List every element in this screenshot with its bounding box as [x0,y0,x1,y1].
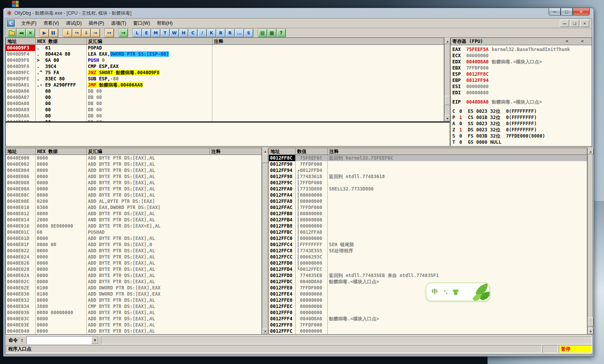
pause-button[interactable]: ▌▌ [49,29,58,37]
stack-row[interactable]: 0012FFC8│7743E355SE处理程序 [269,248,587,254]
dump-row[interactable]: 0040E0080000ADD BYTE PTR DS:[EAX],AL [6,180,262,186]
register-row[interactable]: ECX00000000 [451,53,592,59]
dump-row[interactable]: 0040E0300100ADD DWORD PTR DS:[EAX],EAX [6,291,262,297]
breakpoints-button[interactable]: B [216,29,225,37]
scrollbar-thumb[interactable] [445,96,450,105]
open-file-button[interactable] [7,29,16,37]
command-combobox[interactable]: ▼ [26,336,99,344]
dump-row[interactable]: 0040E0160080 0E000000ADD BYTE PTR DS:[EA… [6,223,262,229]
until-return-button[interactable]: ↦ [105,29,114,37]
stack-row[interactable]: 0012FFC4│FFFFFFFFSEH 链尾部 [269,242,587,248]
dump-row[interactable]: 0040E01F8000 00ADD BYTE PTR DS:[EAX],0 [6,242,262,248]
register-row[interactable]: EBP0012FF94 [451,77,592,83]
dump-row[interactable]: 0040E0142000AND BYTE PTR DS:[EAX],AL [6,217,262,223]
dump-row[interactable]: 0040E00C0000ADD BYTE PTR DS:[EAX],AL [6,192,262,198]
stack-row[interactable]: 0012FFAC│7FFDF000 [269,204,587,211]
cpu-child-window-icon[interactable]: C [7,20,15,27]
dump-row[interactable]: 0040E02A0000ADD BYTE PTR DS:[EAX],AL [6,272,262,279]
call-stack-button[interactable]: K [207,29,216,37]
dump-row[interactable]: 0040E01D0000ADD BYTE PTR DS:[EAX],AL [6,235,262,242]
dump-row[interactable]: 0040E00E0200ADD AL,BYTE PTR DS:[EAX] [6,198,262,204]
cpu-window-button[interactable]: C [188,29,197,37]
flag-row[interactable]: T0GS 0000 NULL [451,139,592,145]
stack-scrollbar[interactable]: ▲ ▼ [587,148,593,335]
command-dropdown-button[interactable]: ▼ [91,337,98,344]
threads-button[interactable]: T [161,29,169,37]
stack-row[interactable]: 0012FFF8 7FFDF000 [269,322,587,328]
windows-list-button[interactable]: ▤ [258,29,267,37]
dump-row[interactable]: 0040E0260000ADD BYTE PTR DS:[EAX],AL [6,260,262,266]
dump-row[interactable]: 0040E0060000ADD BYTE PTR DS:[EAX],AL [6,173,262,180]
menu-item-view[interactable]: 查看(V) [40,19,62,28]
stack-row[interactable]: 0012FFCC│0066293C [269,254,587,260]
run-trace-button[interactable]: ... [235,29,244,37]
disasm-row[interactable]: 0040DA0A 00DB 00 [6,113,444,119]
child-restore-button[interactable]: ❏ [570,20,579,27]
ime-toolbar[interactable]: 中 °, [426,282,490,301]
dump-row[interactable]: 0040E0120000ADD BYTE PTR DS:[EAX],AL [6,211,262,217]
help-button[interactable]: ? [277,29,286,37]
dump-row[interactable]: 0040E0400000ADD BYTE PTR DS:[EAX],AL [6,328,262,334]
stack-row[interactable]: 0012FFA4│00000000 [269,192,587,198]
close-program-button[interactable]: × [26,29,35,37]
stack-row[interactable]: 0012FFB4│00000000 [269,217,587,223]
stack-row[interactable]: 0012FFB8│00000000 [269,223,587,229]
flag-row[interactable]: Z1DS 0023 32位 0(FFFFFFFF) [451,127,592,133]
stack-row[interactable]: 0012FFA0│7733D880SHELL32.7733D880 [269,186,587,192]
dump-row[interactable]: 0040E0343800CMP BYTE PTR DS:[EAX],AL [6,303,262,310]
stack-row[interactable]: 0012FFD0│00000000 [269,260,587,266]
dump-row[interactable]: 0040E0360080 00000000ADD BYTE PTR DS:[EA… [6,310,262,316]
dump-row[interactable]: 0040E00A0000ADD BYTE PTR DS:[EAX],AL [6,186,262,192]
register-row[interactable]: ESP0012FF8C [451,71,592,77]
stack-row[interactable]: 0012FFD4└0012FFEC [269,266,587,272]
menu-item-help[interactable]: 帮助(H) [154,19,176,28]
flag-row[interactable]: C0ES 0023 32位 0(FFFFFFFF) [451,108,592,114]
tshirt-icon[interactable] [452,289,459,295]
register-row[interactable]: EAX75FEEF5Akernel32.BaseThreadInitThunk [451,46,592,53]
scrollbar-thumb[interactable] [588,317,594,327]
dump-row[interactable]: 0040E0000000ADD BYTE PTR DS:[EAX],AL [6,155,262,161]
stack-row[interactable]: 0012FFFC 00000000 [269,328,587,334]
dump-scrollbar[interactable]: ▲ ▼ [262,148,268,335]
close-button[interactable]: ✕ [573,8,590,15]
menu-item-options[interactable]: 选项(T) [108,19,130,28]
stack-row[interactable]: 0012FF8C 75FEEF6C返回到 kernel32.75FEEF6C [269,155,587,161]
disasm-row[interactable]: 0040D9FA. 39C4CMP ESP,EAX [6,63,444,70]
child-close-button[interactable]: ✕ [580,20,589,27]
dump-row[interactable]: 0040E0040000ADD BYTE PTR DS:[EAX],AL [6,167,262,173]
stack-row[interactable]: 0012FFA8│00000000 [269,198,587,204]
menu-item-window[interactable]: 窗口(W) [130,19,153,28]
stack-row[interactable]: 0012FFB0│00000000 [269,211,587,217]
stack-row[interactable]: 0012FFBC│0012FFA0 [269,229,587,235]
disasm-row[interactable]: 0040D9FE. 83EC 80SUB ESP,-80 [6,76,444,82]
ime-punctuation-button[interactable]: °, [443,289,448,295]
disasm-row[interactable]: 0040D9FC.^ 75 FAJNZ SHORT 骷髅病毒.0040D9F8 [6,70,444,76]
desktop-shortcut-icon[interactable] [10,0,23,7]
command-input[interactable] [27,337,91,343]
disasm-row[interactable]: 0040D9F4. 8D4424 80LEA EAX,DWORD PTR SS:… [6,51,444,57]
registers-next-button[interactable]: < [575,39,590,44]
stack-row[interactable]: 0012FF9C│7FFDF000 [269,180,587,186]
register-row-eip[interactable]: EIP0040D8A0骷髅病毒.<模块入口点> [451,99,592,105]
disasm-row[interactable]: 0040D9F8> 6A 00PUSH 0 [6,57,444,63]
disasm-row[interactable]: 0040DA07 00DB 00 [6,94,444,100]
disassembly-scrollbar[interactable]: ▲ ▼ [444,37,450,122]
scrollbar-thumb[interactable] [262,154,268,163]
flag-row[interactable]: A0SS 0023 32位 0(FFFFFFFF) [451,121,592,127]
register-row[interactable]: EDX0040D8A0骷髅病毒.<模块入口点> [451,59,592,65]
run-button[interactable]: ▶ [40,29,49,37]
disasm-row[interactable]: 0040DA0B 00DB 00 [6,119,444,122]
disasm-row[interactable]: 0040DA08 00DB 00 [6,100,444,107]
dump-row[interactable]: 0040E01C60PUSHAD [6,229,262,235]
patches-button[interactable]: / [198,29,207,37]
menu-item-plugins[interactable]: 插件(P) [85,19,108,28]
log-window-button[interactable]: L [133,29,142,37]
stack-row[interactable]: 0012FFF0 00000000 [269,310,587,316]
maximize-button[interactable]: ▢ [561,8,573,15]
restart-button[interactable]: ◀◀ [17,29,26,37]
executables-button[interactable]: E [142,29,151,37]
disasm-row[interactable]: 0040DA09 00DB 00 [6,107,444,113]
flag-row[interactable]: P1CS 001B 32位 0(FFFFFFFF) [451,114,592,121]
title-bar[interactable]: ✳ OllyDbg - 骷髅病毒.exe - [CPU - 主线程, 模块 - … [3,8,594,18]
menu-item-debug[interactable]: 调试(D) [62,19,85,28]
